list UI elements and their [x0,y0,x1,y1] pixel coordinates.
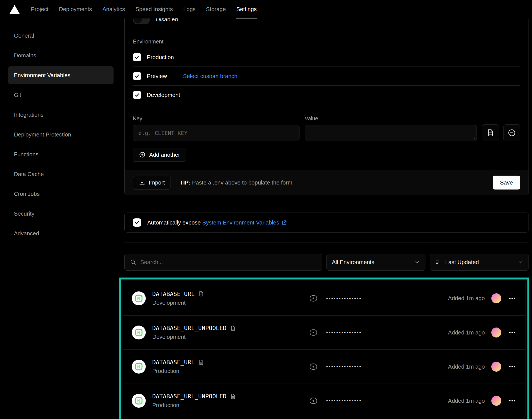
user-avatar [491,327,501,338]
reveal-eye-icon[interactable] [309,328,318,337]
note-icon[interactable] [230,325,236,331]
external-link-icon [281,220,287,226]
sidebar-item-domains[interactable]: Domains [8,47,113,65]
sort-lines-icon [435,259,441,265]
save-button[interactable]: Save [493,176,520,189]
production-label: Production [147,54,174,61]
check-icon [135,220,140,225]
chevron-down-icon [518,259,523,265]
user-avatar [491,362,501,372]
user-avatar [491,293,501,303]
development-label: Development [147,92,180,98]
search-box [124,254,322,271]
tab-logs[interactable]: Logs [183,0,195,18]
environment-filter-select[interactable]: All Environments [327,254,425,271]
env-var-row[interactable]: DATABASE_URL_UNPOOLED Development [123,315,525,350]
remove-row-button[interactable] [503,124,520,141]
sidebar-item-integrations[interactable]: Integrations [8,106,113,124]
production-checkbox[interactable] [133,53,141,61]
system-env-vars-link-label: System Environment Variables [202,219,279,226]
env-var-name: DATABASE_URL [152,290,195,297]
masked-value: •••••••••••••• [326,398,362,404]
minus-circle-icon [507,129,516,137]
auto-expose-text: Automatically expose [147,219,201,226]
user-avatar [491,396,501,406]
value-input[interactable] [305,125,477,141]
reveal-eye-icon[interactable] [309,294,318,303]
tab-storage[interactable]: Storage [206,0,226,18]
chevron-down-icon [414,259,420,265]
divider [124,243,529,243]
environment-variables-panel: Disabled Environment Production Preview [124,18,529,419]
env-var-row[interactable]: DATABASE_URL Development [123,281,525,315]
sidebar-item-general[interactable]: General [8,27,113,45]
sidebar-item-git[interactable]: Git [8,86,113,104]
tab-deployments[interactable]: Deployments [59,0,92,18]
env-var-row[interactable]: DATABASE_URL_UNPOOLED Production [123,384,525,418]
check-icon [135,54,140,60]
sidebar-item-data-cache[interactable]: Data Cache [8,165,113,183]
row-menu-button[interactable] [508,294,517,303]
tab-analytics[interactable]: Analytics [102,0,125,18]
value-label: Value [305,115,477,122]
env-var-environment: Development [152,334,236,340]
row-menu-button[interactable] [508,396,517,405]
env-var-name: DATABASE_URL_UNPOOLED [152,325,226,331]
row-menu-button[interactable] [508,328,517,337]
sort-select[interactable]: Last Updated [430,254,529,271]
highlight-annotation: DATABASE_URL Development [119,277,529,419]
key-value-section: Key Value [125,109,529,170]
env-var-environment: Production [152,402,236,408]
note-icon[interactable] [198,359,204,365]
row-menu-button[interactable] [508,362,517,371]
search-input[interactable] [140,259,317,266]
paste-env-file-button[interactable] [482,124,499,141]
sidebar-item-security[interactable]: Security [8,205,113,223]
search-icon [130,259,136,265]
add-another-button[interactable]: Add another [133,148,186,162]
neon-integration-icon [132,360,146,374]
auto-expose-checkbox[interactable] [133,218,141,227]
sort-value: Last Updated [445,259,479,266]
select-custom-branch-link[interactable]: Select custom branch [183,73,237,79]
environment-option-production: Production [133,48,520,66]
plus-circle-icon [139,151,146,158]
sidebar-item-advanced[interactable]: Advanced [8,224,113,243]
env-var-row[interactable]: DATABASE_URL Production [123,350,525,384]
env-var-environment: Production [152,368,204,374]
system-env-vars-link[interactable]: System Environment Variables [202,219,287,226]
env-var-list: DATABASE_URL Development [123,281,525,418]
sidebar-item-cron-jobs[interactable]: Cron Jobs [8,185,113,203]
ellipsis-icon [508,362,517,371]
reveal-eye-icon[interactable] [309,362,318,371]
tab-speed-insights[interactable]: Speed Insights [136,0,173,18]
tab-settings[interactable]: Settings [236,0,257,18]
resize-handle-icon[interactable] [472,136,476,140]
environment-section: Environment Production Preview Select cu… [125,32,529,109]
env-var-name: DATABASE_URL_UNPOOLED [152,393,226,400]
neon-integration-icon [132,291,146,305]
sidebar-item-environment-variables[interactable]: Environment Variables [8,66,113,84]
environment-filter-value: All Environments [332,259,374,266]
env-var-environment: Development [152,300,204,306]
note-icon[interactable] [198,291,204,297]
env-var-editor-card: Disabled Environment Production Preview [124,11,529,195]
note-icon[interactable] [230,393,236,399]
preview-label: Preview [147,73,167,79]
tab-project[interactable]: Project [31,0,49,18]
added-timestamp: Added 1m ago [448,329,485,336]
environment-option-preview: Preview Select custom branch [133,67,520,85]
reveal-eye-icon[interactable] [309,396,318,405]
import-button[interactable]: Import [133,176,171,189]
neon-integration-icon [132,394,146,408]
neon-integration-icon [132,326,146,340]
masked-value: •••••••••••••• [326,364,362,369]
vercel-logo-icon[interactable] [10,5,20,14]
sidebar-item-deployment-protection[interactable]: Deployment Protection [8,126,113,144]
added-timestamp: Added 1m ago [448,363,485,370]
download-icon [139,179,145,186]
key-input[interactable] [133,125,300,141]
preview-checkbox[interactable] [133,72,141,80]
sidebar-item-functions[interactable]: Functions [8,145,113,163]
development-checkbox[interactable] [133,91,141,99]
